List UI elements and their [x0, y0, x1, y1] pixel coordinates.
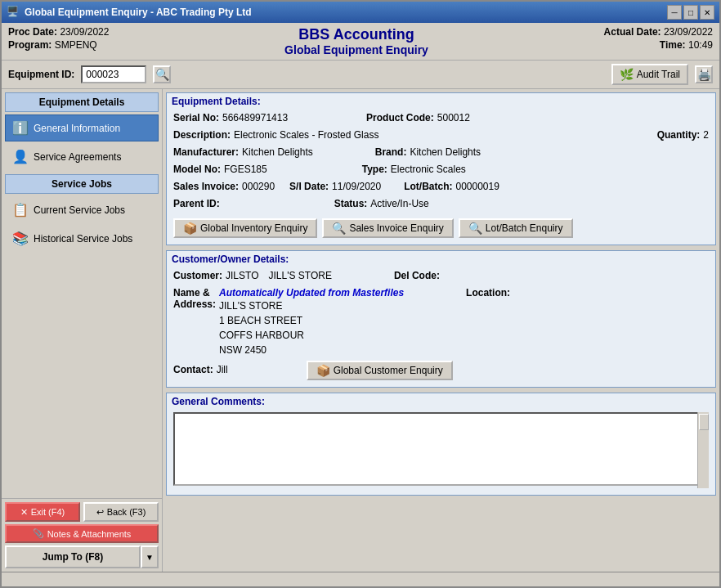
global-customer-enquiry-button[interactable]: 📦 Global Customer Enquiry	[307, 361, 453, 380]
equipment-search-button[interactable]: 🔍	[153, 65, 171, 83]
audit-trail-button[interactable]: 🌿 Audit Trail	[611, 64, 688, 85]
audit-trail-label: Audit Trail	[637, 69, 680, 80]
jump-btn-row: Jump To (F8) ▼	[5, 545, 159, 568]
global-inventory-label: Global Inventory Enquiry	[200, 222, 307, 234]
model-no-row: Model No: FGES185	[173, 164, 267, 175]
contact-label: Contact:	[173, 364, 213, 375]
sidebar-item-service-agreements[interactable]: 👤 Service Agreements	[5, 143, 159, 170]
quantity-value: 2	[703, 129, 709, 141]
sales-invoice-icon: 🔍	[332, 222, 346, 235]
time-value: 10:49	[688, 39, 713, 51]
description-label: Description:	[173, 129, 231, 141]
exit-icon: ✕	[20, 507, 28, 518]
model-no-value: FGES185	[224, 164, 267, 175]
model-no-label: Model No:	[173, 164, 221, 175]
sidebar-item-historical-service-jobs[interactable]: 📚 Historical Service Jobs	[5, 225, 159, 252]
customer-name-value: JILL'S STORE	[268, 270, 331, 281]
customer-id-value: JILSTO	[226, 270, 258, 281]
minimize-button[interactable]: ─	[667, 5, 682, 20]
equipment-details-title: Equipment Details:	[167, 93, 715, 109]
exit-button[interactable]: ✕ Exit (F4)	[5, 502, 80, 522]
jump-arrow-button[interactable]: ▼	[141, 545, 159, 568]
sales-invoice-enquiry-label: Sales Invoice Enquiry	[349, 222, 443, 234]
sales-invoice-label: Sales Invoice:	[173, 181, 239, 192]
lot-batch-icon: 🔍	[468, 222, 482, 235]
toolbar: Equipment ID: 🔍 🌿 Audit Trail 🖨️	[2, 61, 719, 89]
footer-btn-row-1: ✕ Exit (F4) ↩ Back (F3)	[5, 502, 159, 522]
header-bar: Proc Date: 23/09/2022 Program: SMPENQ BB…	[2, 23, 719, 61]
global-customer-label: Global Customer Enquiry	[334, 365, 443, 376]
serial-no-value: 566489971413	[222, 112, 288, 123]
quantity-row: Quantity: 2	[657, 129, 709, 141]
main-area: Equipment Details ℹ️ General Information…	[2, 89, 719, 572]
notes-label: Notes & Attachments	[47, 529, 132, 539]
back-label: Back (F3)	[107, 507, 146, 517]
notes-attachments-button[interactable]: 📎 Notes & Attachments	[5, 524, 159, 543]
lot-batch-value: 00000019	[456, 181, 499, 192]
print-button[interactable]: 🖨️	[695, 65, 713, 83]
sidebar-item-label-general: General Information	[34, 123, 120, 134]
status-bar	[2, 572, 719, 586]
program-row: Program: SMPENQ	[8, 39, 109, 51]
jump-to-button[interactable]: Jump To (F8)	[5, 545, 141, 568]
program-value: SMPENQ	[55, 39, 97, 51]
address-block: JILL'S STORE 1 BEACH STREET COFFS HARBOU…	[219, 298, 404, 357]
auto-update-text: Automatically Updated from Masterfiles	[219, 287, 404, 298]
global-inventory-enquiry-button[interactable]: 📦 Global Inventory Enquiry	[173, 218, 317, 238]
sidebar-item-current-service-jobs[interactable]: 📋 Current Service Jobs	[5, 196, 159, 223]
header-left: Proc Date: 23/09/2022 Program: SMPENQ	[8, 26, 109, 51]
customer-details-title: Customer/Owner Details:	[167, 251, 715, 267]
header-center: BBS Accounting Global Equipment Enquiry	[109, 26, 603, 56]
sidebar-item-label-current: Current Service Jobs	[34, 204, 125, 216]
general-comments-title: General Comments:	[167, 393, 715, 409]
name-address-label: Name &Address:	[173, 287, 216, 357]
service-jobs-header: Service Jobs	[5, 174, 159, 194]
exit-label: Exit (F4)	[31, 507, 65, 517]
title-bar: 🖥️ Global Equipment Enquiry - ABC Tradin…	[2, 2, 719, 23]
actual-date-row: Actual Date: 23/09/2022	[604, 26, 713, 38]
equipment-id-input[interactable]	[81, 65, 146, 83]
address-line1: JILL'S STORE	[219, 298, 404, 313]
customer-label: Customer:	[173, 270, 222, 281]
customer-details-panel: Customer/Owner Details: Customer: JILSTO…	[166, 250, 716, 388]
notes-icon: 📎	[33, 528, 44, 539]
actual-date-value: 23/09/2022	[664, 26, 713, 38]
address-line4: NSW 2450	[219, 343, 404, 357]
sales-invoice-enquiry-button[interactable]: 🔍 Sales Invoice Enquiry	[322, 218, 453, 238]
sales-invoice-value: 000290	[242, 181, 275, 192]
si-date-label: S/I Date:	[289, 181, 329, 192]
header-right: Actual Date: 23/09/2022 Time: 10:49	[604, 26, 713, 51]
type-row: Type: Electronic Scales	[362, 164, 466, 175]
close-button[interactable]: ✕	[700, 5, 714, 20]
equipment-details-panel: Equipment Details: Serial No: 5664899714…	[166, 92, 716, 245]
maximize-button[interactable]: □	[683, 5, 698, 20]
contact-value: Jill	[217, 364, 228, 375]
general-comments-input[interactable]	[173, 412, 709, 486]
sales-invoice-row: Sales Invoice: 000290	[173, 181, 275, 192]
back-button[interactable]: ↩ Back (F3)	[83, 502, 159, 522]
status-row: Status: Active/In-Use	[334, 198, 429, 209]
sidebar: Equipment Details ℹ️ General Information…	[2, 89, 163, 572]
audit-icon: 🌿	[620, 68, 634, 81]
status-label: Status:	[334, 198, 368, 209]
address-line3: COFFS HARBOUR	[219, 328, 404, 343]
lot-batch-enquiry-button[interactable]: 🔍 Lot/Batch Enquiry	[459, 218, 573, 238]
comments-scrollbar[interactable]	[697, 412, 709, 488]
sidebar-item-general-information[interactable]: ℹ️ General Information	[5, 114, 159, 141]
name-address-row: Name &Address: Automatically Updated fro…	[173, 287, 404, 357]
customer-icon: 📦	[316, 364, 330, 377]
general-comments-panel: General Comments:	[166, 393, 716, 496]
type-value: Electronic Scales	[391, 164, 466, 175]
actual-date-label: Actual Date:	[604, 26, 661, 38]
historical-jobs-icon: 📚	[12, 231, 29, 246]
window-icon: 🖥️	[7, 6, 20, 19]
lot-batch-label: Lot/Batch:	[404, 181, 452, 192]
main-window: 🖥️ Global Equipment Enquiry - ABC Tradin…	[0, 0, 721, 588]
inventory-icon: 📦	[183, 222, 197, 235]
proc-date-row: Proc Date: 23/09/2022	[8, 26, 109, 38]
del-code-row: Del Code:	[394, 270, 443, 281]
location-row: Location:	[466, 287, 510, 357]
customer-row: Customer: JILSTO JILL'S STORE	[173, 270, 332, 281]
parent-id-label: Parent ID:	[173, 198, 220, 209]
parent-id-row: Parent ID:	[173, 198, 223, 209]
